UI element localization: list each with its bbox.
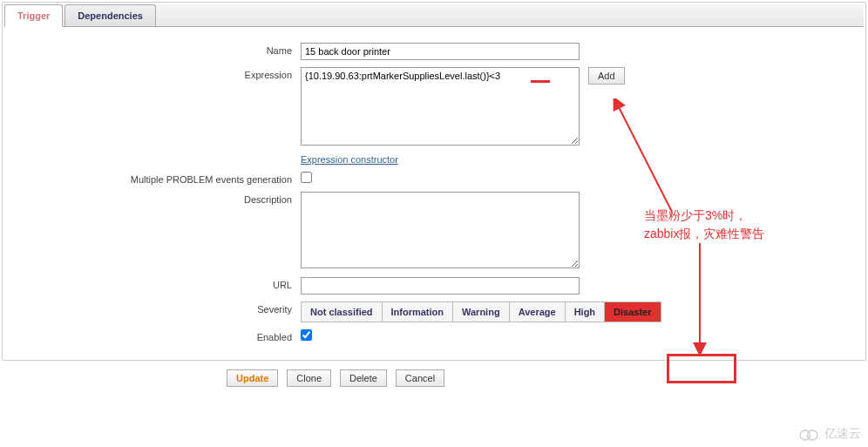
button-bar: Update Clone Delete Cancel [0, 362, 868, 394]
severity-disaster[interactable]: Disaster [605, 302, 660, 322]
description-input[interactable] [301, 192, 580, 268]
tab-dependencies[interactable]: Dependencies [64, 4, 156, 26]
add-button[interactable]: Add [588, 67, 625, 85]
enabled-label: Enabled [13, 329, 301, 342]
clone-button[interactable]: Clone [287, 369, 331, 387]
severity-average[interactable]: Average [510, 302, 566, 322]
expression-input[interactable]: {10.19.90.63:prtMarkerSuppliesLevel.last… [301, 67, 580, 146]
name-input[interactable] [301, 43, 580, 60]
severity-not-classified[interactable]: Not classified [302, 302, 383, 322]
multiple-problem-label: Multiple PROBLEM events generation [13, 172, 301, 185]
severity-label: Severity [13, 301, 301, 315]
tab-trigger[interactable]: Trigger [4, 4, 63, 27]
severity-information[interactable]: Information [383, 302, 454, 322]
delete-button[interactable]: Delete [340, 369, 387, 387]
url-label: URL [13, 277, 301, 290]
cancel-button[interactable]: Cancel [396, 369, 444, 387]
multiple-problem-checkbox[interactable] [301, 172, 312, 183]
expression-label: Expression [13, 67, 301, 80]
annotation-text: 当墨粉少于3%时， zabbix报，灾难性警告 [644, 207, 764, 243]
description-label: Description [13, 192, 301, 205]
expression-constructor-link[interactable]: Expression constructor [301, 154, 398, 165]
url-input[interactable] [301, 277, 580, 295]
enabled-checkbox[interactable] [301, 329, 312, 341]
form-area: Name Expression {10.19.90.63:prtMarkerSu… [4, 27, 864, 358]
severity-warning[interactable]: Warning [453, 302, 510, 322]
severity-high[interactable]: High [566, 302, 605, 322]
name-label: Name [13, 43, 301, 56]
severity-group: Not classified Information Warning Avera… [301, 301, 661, 322]
expression-highlight-underline [531, 80, 550, 83]
update-button[interactable]: Update [227, 369, 278, 387]
tabs-bar: Trigger Dependencies [4, 4, 864, 27]
